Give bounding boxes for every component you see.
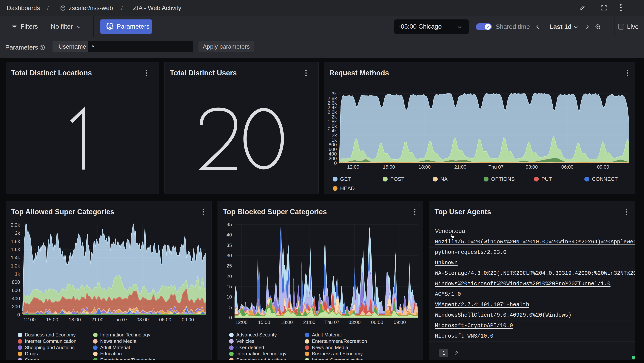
svg-text:15:00: 15:00 (46, 317, 58, 322)
svg-text:3k: 3k (332, 91, 337, 96)
svg-text:40: 40 (226, 232, 232, 238)
svg-text:10: 10 (226, 294, 232, 300)
svg-text:15:00: 15:00 (383, 164, 395, 170)
svg-text:15:00: 15:00 (258, 320, 270, 325)
svg-text:5: 5 (229, 304, 232, 310)
svg-text:06:00: 06:00 (159, 317, 171, 322)
svg-text:06:00: 06:00 (371, 320, 383, 325)
svg-text:Thu 07: Thu 07 (112, 317, 128, 322)
svg-text:12:00: 12:00 (23, 317, 36, 322)
svg-text:09:00: 09:00 (182, 317, 194, 322)
svg-text:06:00: 06:00 (561, 164, 573, 170)
svg-text:600: 600 (12, 288, 20, 293)
svg-text:800: 800 (12, 279, 20, 285)
svg-text:1.2k: 1.2k (11, 263, 20, 268)
svg-text:25: 25 (226, 263, 232, 268)
svg-text:2.2k: 2.2k (11, 222, 20, 228)
svg-text:09:00: 09:00 (394, 320, 406, 325)
svg-text:1.8k: 1.8k (11, 238, 20, 244)
svg-text:18:00: 18:00 (68, 317, 81, 322)
svg-text:1.4k: 1.4k (11, 255, 20, 260)
svg-text:03:00: 03:00 (348, 320, 360, 325)
svg-text:21:00: 21:00 (454, 164, 466, 170)
svg-text:Thu 07: Thu 07 (488, 164, 504, 170)
svg-text:0: 0 (229, 315, 232, 320)
svg-text:45: 45 (226, 222, 232, 227)
svg-text:400: 400 (12, 296, 20, 301)
svg-text:2k: 2k (15, 230, 20, 236)
svg-text:15: 15 (226, 284, 232, 289)
svg-text:20: 20 (226, 274, 232, 279)
svg-text:18:00: 18:00 (418, 164, 430, 170)
svg-text:12:00: 12:00 (347, 164, 359, 170)
svg-text:21:00: 21:00 (91, 317, 103, 322)
svg-text:0: 0 (18, 312, 20, 318)
svg-text:200: 200 (12, 304, 20, 309)
svg-text:12:00: 12:00 (235, 320, 248, 325)
svg-text:09:00: 09:00 (597, 164, 609, 170)
svg-text:21:00: 21:00 (303, 320, 315, 325)
svg-text:Thu 07: Thu 07 (324, 320, 340, 325)
svg-text:18:00: 18:00 (280, 320, 293, 325)
svg-text:35: 35 (226, 242, 232, 248)
svg-text:30: 30 (226, 253, 232, 258)
svg-text:03:00: 03:00 (526, 164, 538, 170)
svg-text:03:00: 03:00 (136, 317, 148, 322)
svg-text:1.6k: 1.6k (11, 246, 20, 252)
svg-text:1k: 1k (15, 271, 20, 277)
